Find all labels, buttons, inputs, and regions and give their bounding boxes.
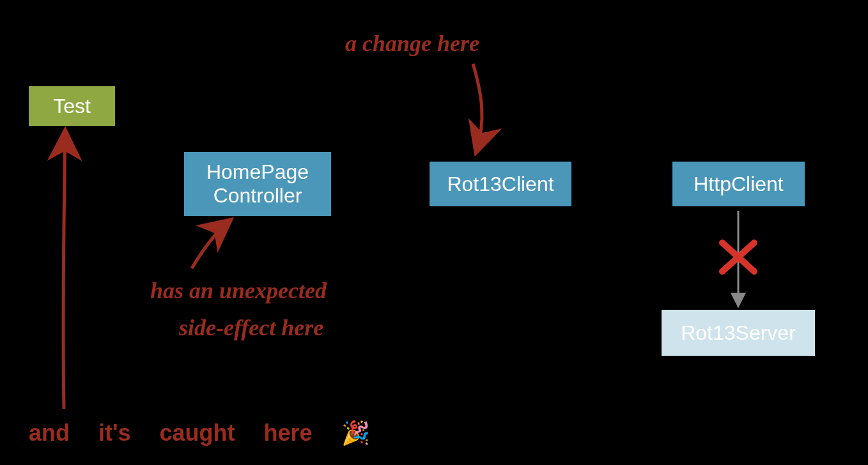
edge-label-client-http: nulled <box>601 167 649 182</box>
annotation-arrow-change <box>473 64 482 152</box>
node-rot13server: Rot13Server <box>662 310 815 356</box>
annotation-side-effect-line1: has an unexpected <box>150 276 327 306</box>
node-httpclient: HttpClient <box>672 162 805 206</box>
annotation-caught-here-text: and it's caught here 🎉 <box>29 420 370 446</box>
node-httpclient-label: HttpClient <box>694 172 784 196</box>
node-rot13client: Rot13Client <box>430 162 571 206</box>
node-controller-label: HomePage Controller <box>206 160 309 208</box>
diagram-canvas: Test HomePage Controller Rot13Client Htt… <box>0 0 868 465</box>
annotation-arrow-caught <box>63 131 65 409</box>
arrows-layer <box>0 0 868 465</box>
annotation-side-effect-line2: side-effect here <box>179 313 323 343</box>
node-test: Test <box>29 86 115 126</box>
node-rot13server-label: Rot13Server <box>681 321 796 345</box>
arrow-test-to-controller <box>115 121 182 153</box>
cross-icon <box>722 243 754 271</box>
annotation-change-here: a change here <box>345 29 479 59</box>
annotation-arrow-sideeffect <box>192 220 230 268</box>
annotation-caught-here: and it's caught here 🎉 <box>29 418 370 448</box>
svg-line-1 <box>722 243 754 271</box>
node-test-label: Test <box>53 95 91 118</box>
node-homepage-controller: HomePage Controller <box>184 152 331 216</box>
edge-label-ctrl-client: nulled <box>358 167 406 182</box>
svg-line-0 <box>722 243 754 271</box>
node-rot13client-label: Rot13Client <box>447 172 554 196</box>
